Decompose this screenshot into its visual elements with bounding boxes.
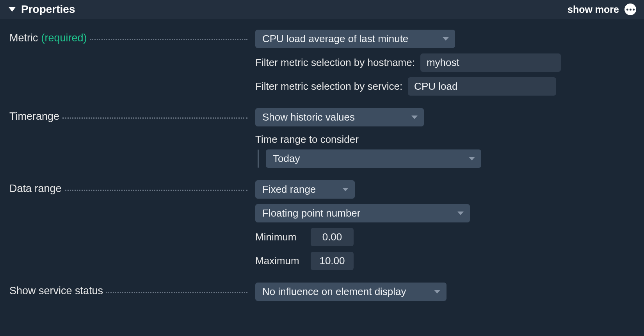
dots-filler bbox=[62, 117, 247, 119]
metric-label: Metric bbox=[9, 32, 41, 44]
timerange-label: Timerange bbox=[9, 110, 62, 123]
timerange-sub-indent: Today bbox=[255, 149, 635, 168]
indent-bar bbox=[258, 149, 259, 168]
filter-service-label: Filter metric selection by service: bbox=[255, 80, 402, 92]
panel-title: Properties bbox=[21, 3, 75, 16]
datarange-max-input[interactable] bbox=[311, 252, 354, 270]
datarange-select-mode[interactable]: Fixed range bbox=[255, 180, 355, 199]
chevron-down-icon bbox=[457, 212, 464, 215]
datarange-min-input[interactable] bbox=[311, 228, 354, 246]
status-label: Show service status bbox=[9, 285, 106, 297]
chevron-down-icon bbox=[469, 157, 475, 160]
dots-filler bbox=[65, 190, 247, 191]
filter-service-row: Filter metric selection by service: bbox=[255, 77, 635, 96]
status-select-value: No influence on element display bbox=[262, 286, 406, 298]
panel-header-right: show more bbox=[568, 4, 636, 15]
chevron-down-icon bbox=[443, 37, 449, 41]
chevron-down-icon bbox=[342, 188, 349, 191]
dots-filler bbox=[90, 39, 247, 40]
row-metric: Metric (required) CPU load average of la… bbox=[9, 30, 635, 96]
panel-header: Properties show more bbox=[0, 0, 644, 19]
label-cell-status: Show service status bbox=[9, 283, 255, 297]
row-timerange: Timerange Show historic values Time rang… bbox=[9, 108, 635, 168]
metric-select[interactable]: CPU load average of last minute bbox=[255, 30, 455, 48]
more-icon[interactable] bbox=[624, 4, 636, 15]
metric-required: (required) bbox=[41, 32, 90, 44]
collapse-icon[interactable] bbox=[9, 7, 16, 12]
datarange-max-label: Maximum bbox=[255, 255, 305, 267]
properties-panel: Properties show more Metric (required) C… bbox=[0, 0, 644, 309]
label-cell-metric: Metric (required) bbox=[9, 30, 255, 44]
datarange-max-row: Maximum bbox=[255, 252, 635, 270]
row-status: Show service status No influence on elem… bbox=[9, 283, 635, 301]
chevron-down-icon bbox=[434, 290, 440, 293]
datarange-select-type-value: Floating point number bbox=[262, 207, 360, 219]
filter-hostname-row: Filter metric selection by hostname: bbox=[255, 53, 635, 72]
datarange-select-type[interactable]: Floating point number bbox=[255, 204, 470, 222]
datarange-min-row: Minimum bbox=[255, 228, 635, 246]
value-cell-datarange: Fixed range Floating point number Minimu… bbox=[255, 180, 635, 270]
timerange-select[interactable]: Show historic values bbox=[255, 108, 424, 126]
value-cell-status: No influence on element display bbox=[255, 283, 635, 301]
timerange-select-value: Show historic values bbox=[262, 111, 355, 123]
label-cell-timerange: Timerange bbox=[9, 108, 255, 123]
filter-hostname-input[interactable] bbox=[420, 53, 561, 72]
metric-select-value: CPU load average of last minute bbox=[262, 33, 408, 45]
panel-body: Metric (required) CPU load average of la… bbox=[0, 19, 644, 309]
chevron-down-icon bbox=[411, 116, 418, 119]
datarange-label: Data range bbox=[9, 183, 65, 195]
dots-filler bbox=[106, 292, 247, 293]
datarange-select-mode-value: Fixed range bbox=[262, 183, 316, 196]
timerange-sub-select[interactable]: Today bbox=[266, 149, 481, 168]
show-more-link[interactable]: show more bbox=[568, 4, 619, 15]
label-cell-datarange: Data range bbox=[9, 180, 255, 195]
status-select[interactable]: No influence on element display bbox=[255, 283, 447, 301]
row-datarange: Data range Fixed range Floating point nu… bbox=[9, 180, 635, 270]
filter-service-input[interactable] bbox=[408, 77, 556, 96]
panel-header-left: Properties bbox=[9, 3, 75, 16]
timerange-sub-label: Time range to consider bbox=[255, 133, 635, 146]
value-cell-timerange: Show historic values Time range to consi… bbox=[255, 108, 635, 168]
timerange-sub-block: Time range to consider Today bbox=[255, 133, 635, 168]
datarange-min-label: Minimum bbox=[255, 231, 305, 243]
timerange-sub-select-value: Today bbox=[273, 153, 300, 165]
filter-hostname-label: Filter metric selection by hostname: bbox=[255, 57, 415, 69]
value-cell-metric: CPU load average of last minute Filter m… bbox=[255, 30, 635, 96]
